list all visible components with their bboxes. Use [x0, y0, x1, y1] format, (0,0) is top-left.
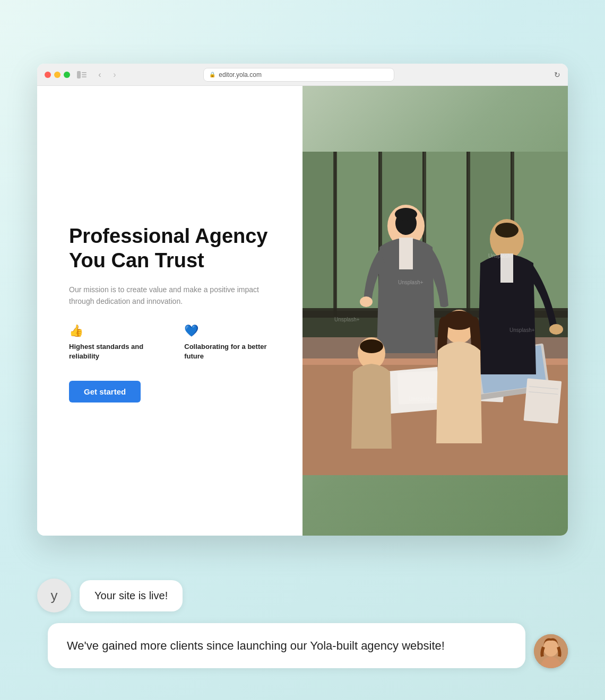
- svg-point-37: [549, 324, 563, 335]
- reload-button[interactable]: ↻: [554, 71, 560, 79]
- feature-1: 👍 Highest standards and reliability: [69, 324, 163, 361]
- minimize-button[interactable]: [54, 72, 60, 78]
- heart-icon: 💙: [184, 324, 276, 338]
- browser-content: Professional Agency You Can Trust Our mi…: [37, 86, 568, 536]
- svg-rect-5: [302, 152, 334, 311]
- svg-point-41: [360, 339, 383, 353]
- url-text: editor.yola.com: [219, 71, 262, 78]
- svg-text:Unsplash+: Unsplash+: [509, 327, 535, 333]
- forward-button[interactable]: ›: [108, 68, 121, 81]
- feature-2-label: Collaborating for a better future: [184, 342, 276, 361]
- hero-description: Our mission is to create value and make …: [69, 284, 276, 308]
- yola-avatar: y: [37, 579, 71, 612]
- user-avatar: [534, 634, 568, 668]
- sidebar-icon[interactable]: [75, 68, 88, 81]
- hero-image: Unsplash+ Unsplash+ Unsplash+ Unsplash+ …: [302, 86, 568, 536]
- svg-point-31: [395, 208, 417, 221]
- svg-rect-2: [82, 74, 87, 75]
- svg-rect-1: [82, 72, 87, 73]
- browser-toolbar: ‹ › 🔒 editor.yola.com ↻: [37, 64, 568, 86]
- svg-rect-3: [82, 76, 87, 77]
- svg-text:Unsplash+: Unsplash+: [398, 279, 424, 285]
- chat-bubble-text-1: Your site is live!: [80, 580, 183, 611]
- nav-arrows: ‹ ›: [93, 68, 121, 81]
- svg-rect-32: [399, 238, 413, 269]
- maximize-button[interactable]: [64, 72, 70, 78]
- hero-title: Professional Agency You Can Trust: [69, 224, 276, 273]
- chat-bubble-text-2: We've gained more clients since launchin…: [48, 623, 525, 668]
- svg-rect-0: [77, 71, 81, 78]
- features-row: 👍 Highest standards and reliability 💙 Co…: [69, 324, 276, 361]
- svg-point-33: [360, 296, 373, 307]
- svg-rect-11: [333, 152, 337, 316]
- svg-text:Unsplash+: Unsplash+: [488, 253, 514, 259]
- svg-point-35: [495, 223, 518, 238]
- close-button[interactable]: [45, 72, 51, 78]
- svg-point-39: [444, 311, 474, 330]
- feature-2: 💙 Collaborating for a better future: [184, 324, 276, 361]
- address-bar[interactable]: 🔒 editor.yola.com: [203, 68, 394, 82]
- hero-image-placeholder: Unsplash+ Unsplash+ Unsplash+ Unsplash+ …: [302, 86, 568, 536]
- get-started-button[interactable]: Get started: [69, 381, 141, 402]
- svg-rect-26: [524, 378, 562, 423]
- chat-bubble-1: y Your site is live!: [37, 579, 568, 612]
- thumbs-up-icon: 👍: [69, 324, 163, 338]
- traffic-lights: [45, 72, 70, 78]
- chat-area: y Your site is live! We've gained more c…: [37, 579, 568, 668]
- chat-bubble-2: We've gained more clients since launchin…: [48, 623, 568, 668]
- feature-1-label: Highest standards and reliability: [69, 342, 163, 361]
- hero-left: Professional Agency You Can Trust Our mi…: [37, 86, 302, 536]
- browser-window: ‹ › 🔒 editor.yola.com ↻ Professional Age…: [37, 64, 568, 536]
- lock-icon: 🔒: [209, 72, 215, 77]
- svg-rect-14: [466, 152, 470, 316]
- back-button[interactable]: ‹: [93, 68, 106, 81]
- svg-point-48: [543, 640, 558, 657]
- svg-text:Unsplash+: Unsplash+: [409, 396, 434, 402]
- svg-text:Unsplash+: Unsplash+: [334, 317, 360, 322]
